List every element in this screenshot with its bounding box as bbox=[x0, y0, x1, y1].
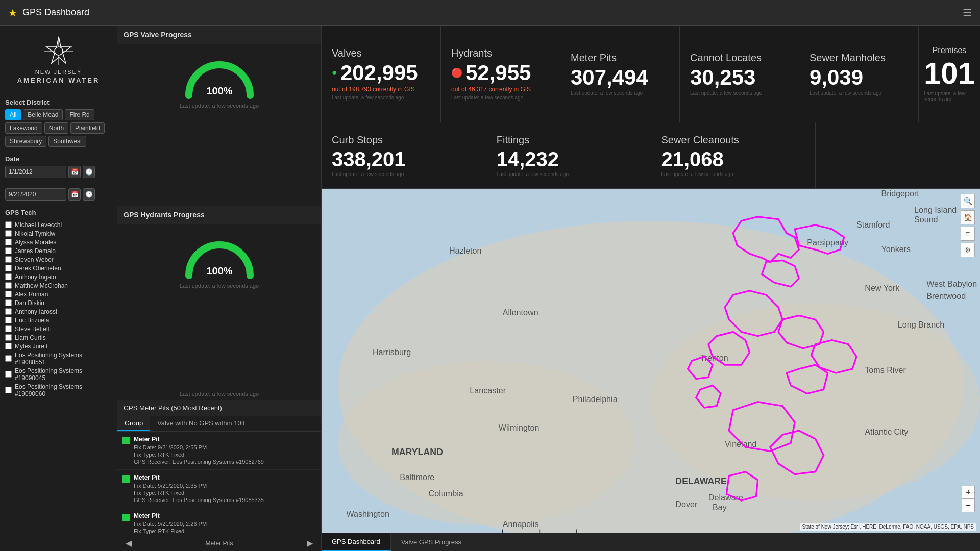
valve-gauge-section: 100% Last update: a few seconds ago bbox=[117, 44, 321, 206]
zoom-in-button[interactable]: + bbox=[962, 486, 975, 499]
date-end-input[interactable] bbox=[5, 188, 66, 201]
tech-checkbox[interactable] bbox=[5, 247, 12, 254]
calendar-start-icon[interactable]: 📅 bbox=[68, 166, 81, 178]
district-button-fire-rd[interactable]: Fire Rd bbox=[65, 109, 94, 120]
premises-last-update: Last update: a few seconds ago bbox=[924, 91, 975, 102]
tech-name: Eos Positioning Systems #19088551 bbox=[15, 352, 112, 366]
tech-checkbox[interactable] bbox=[5, 308, 12, 315]
tech-checkbox[interactable] bbox=[5, 343, 12, 349]
right-area: Valves ● 202,995 out of 198,793 currentl… bbox=[322, 26, 980, 551]
tech-checkbox[interactable] bbox=[5, 239, 12, 245]
svg-text:Yonkers: Yonkers bbox=[881, 244, 911, 254]
tech-checkbox[interactable] bbox=[5, 265, 12, 271]
hydrants-value: 52,955 bbox=[465, 62, 531, 84]
tab-group[interactable]: Group bbox=[117, 416, 150, 431]
status-indicator bbox=[122, 437, 130, 444]
district-button-southwest[interactable]: Southwest bbox=[48, 136, 86, 147]
svg-text:Stamford: Stamford bbox=[856, 220, 890, 229]
pagination-row: ◀ Meter Pits ▶ bbox=[117, 535, 321, 551]
sewer-cleanouts-value: 21,068 bbox=[662, 149, 805, 169]
district-button-north[interactable]: North bbox=[44, 122, 68, 134]
tab-valve-no-gps[interactable]: Valve with No GPS within 10ft bbox=[150, 416, 252, 431]
district-button-shrewsbury[interactable]: Shrewsbury bbox=[5, 136, 46, 147]
company-logo bbox=[43, 36, 74, 66]
svg-text:Columbia: Columbia bbox=[429, 489, 463, 498]
tech-item: Alyssa Morales bbox=[5, 239, 112, 246]
svg-text:Sound: Sound bbox=[914, 215, 938, 224]
hamburger-icon[interactable]: ☰ bbox=[963, 7, 972, 19]
tech-checkbox[interactable] bbox=[5, 230, 12, 237]
bottom-tab-valve-gps-progress[interactable]: Valve GPS Progress bbox=[391, 533, 472, 551]
tech-name: Steve Bettelli bbox=[15, 325, 51, 333]
date-start-input[interactable] bbox=[5, 166, 66, 178]
settings-map-button[interactable]: ⚙ bbox=[961, 243, 975, 257]
hydrants-gauge: 100% bbox=[179, 230, 260, 281]
meter-pit-item[interactable]: Meter Pit Fix Date: 9/21/2020, 2:35 PM F… bbox=[117, 470, 321, 508]
date-end-row: 📅 🕐 bbox=[5, 188, 112, 201]
tech-checkbox[interactable] bbox=[5, 221, 12, 228]
tech-checkbox[interactable] bbox=[5, 371, 12, 378]
tech-item: Eric Brizuela bbox=[5, 317, 112, 324]
meter-pit-item[interactable]: Meter Pit Fix Date: 9/21/2020, 2:55 PM F… bbox=[117, 432, 321, 470]
svg-text:Annapolis: Annapolis bbox=[503, 519, 539, 529]
meter-pit-item[interactable]: Meter Pit Fix Date: 9/21/2020, 2:26 PM F… bbox=[117, 508, 321, 535]
tech-checkbox[interactable] bbox=[5, 273, 12, 280]
tech-checkbox[interactable] bbox=[5, 355, 12, 362]
tech-checkbox[interactable] bbox=[5, 256, 12, 263]
tech-checkbox[interactable] bbox=[5, 387, 12, 393]
tech-checkbox[interactable] bbox=[5, 291, 12, 297]
tech-checkbox[interactable] bbox=[5, 282, 12, 289]
stat-padding bbox=[816, 122, 980, 188]
svg-text:New York: New York bbox=[865, 283, 900, 292]
district-button-all[interactable]: All bbox=[5, 109, 21, 120]
svg-text:Harrisburg: Harrisburg bbox=[373, 347, 411, 357]
svg-text:100%: 100% bbox=[206, 265, 232, 277]
page-next-arrow[interactable]: ▶ bbox=[304, 538, 316, 548]
tech-name: James Demaio bbox=[15, 247, 56, 255]
svg-text:Long Island: Long Island bbox=[914, 205, 957, 214]
hydrants-sub: out of 46,317 currently in GIS bbox=[451, 86, 550, 93]
stat-fittings: Fittings 14,232 Last update: a few secon… bbox=[486, 122, 651, 188]
svg-text:Washington: Washington bbox=[346, 509, 389, 518]
tech-item: Alex Roman bbox=[5, 291, 112, 298]
sewer-manholes-value: 9,039 bbox=[810, 67, 908, 88]
tech-checkbox[interactable] bbox=[5, 325, 12, 332]
list-map-button[interactable]: ≡ bbox=[961, 227, 975, 241]
svg-text:100%: 100% bbox=[206, 85, 232, 96]
date-start-row: 📅 🕐 bbox=[5, 166, 112, 178]
tech-name: Alex Roman bbox=[15, 291, 48, 298]
sewer-cleanouts-last-update: Last update: a few seconds ago bbox=[662, 171, 805, 177]
page-prev-arrow[interactable]: ◀ bbox=[122, 538, 135, 548]
cannot-locates-value: 30,253 bbox=[690, 67, 789, 88]
tech-item: Matthew McCrohan bbox=[5, 282, 112, 289]
tech-item: James Demaio bbox=[5, 247, 112, 255]
bottom-tab-gps-dashboard[interactable]: GPS Dashboard bbox=[322, 533, 391, 551]
district-button-lakewood[interactable]: Lakewood bbox=[5, 122, 42, 134]
hydrants-progress-header: GPS Hydrants Progress bbox=[117, 206, 321, 224]
svg-text:Toms River: Toms River bbox=[865, 365, 906, 374]
date-separator: - bbox=[5, 181, 112, 188]
hydrants-icon: 🔴 bbox=[451, 67, 462, 79]
clock-end-icon[interactable]: 🕐 bbox=[83, 188, 95, 201]
valves-dot-icon: ● bbox=[332, 67, 337, 78]
calendar-end-icon[interactable]: 📅 bbox=[68, 188, 81, 201]
zoom-out-button[interactable]: − bbox=[962, 499, 975, 512]
premises-value: 101 bbox=[924, 58, 975, 89]
meter-pits-last-update: Last update: a few seconds ago bbox=[571, 90, 669, 96]
clock-start-icon[interactable]: 🕐 bbox=[83, 166, 95, 178]
stat-curb-stops: Curb Stops 338,201 Last update: a few se… bbox=[322, 122, 486, 188]
map-area[interactable]: Bridgeport Long Island Sound Stamford Ha… bbox=[322, 189, 980, 533]
home-map-button[interactable]: 🏠 bbox=[961, 210, 975, 224]
tech-name: Eos Positioning Systems #19090045 bbox=[15, 367, 112, 382]
svg-text:Wilmington: Wilmington bbox=[499, 423, 540, 432]
search-map-button[interactable]: 🔍 bbox=[961, 194, 975, 208]
tech-list: Michael LevecchiNikolai TymkiwAlyssa Mor… bbox=[5, 221, 112, 399]
district-button-belle-mead[interactable]: Belle Mead bbox=[23, 109, 63, 120]
tech-checkbox[interactable] bbox=[5, 334, 12, 341]
district-button-plainfield[interactable]: Plainfield bbox=[70, 122, 105, 134]
tech-checkbox[interactable] bbox=[5, 317, 12, 323]
tech-name: Steven Weber bbox=[15, 256, 54, 263]
tech-checkbox[interactable] bbox=[5, 299, 12, 306]
curb-stops-title: Curb Stops bbox=[332, 134, 476, 146]
valve-progress-header: GPS Valve Progress bbox=[117, 26, 321, 44]
